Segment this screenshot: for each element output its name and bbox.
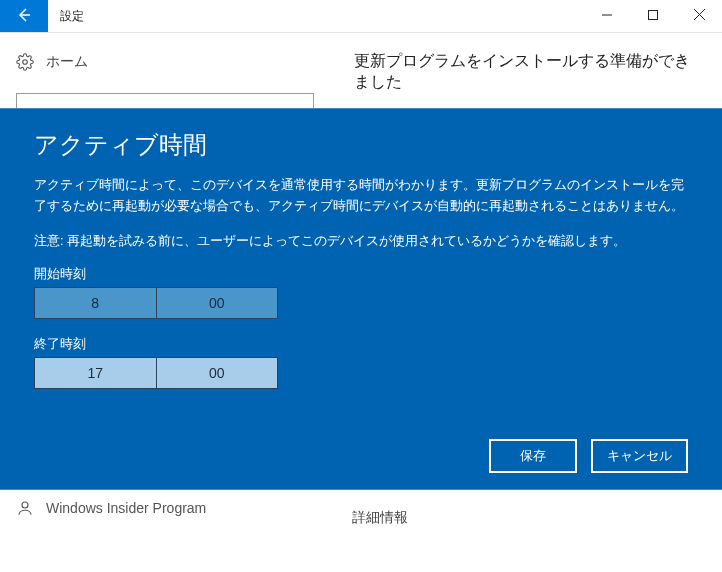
window-title: 設定 [48, 0, 584, 32]
dialog-body-2: 注意: 再起動を試みる前に、ユーザーによってこのデバイスが使用されているかどうか… [34, 231, 688, 252]
end-time-label: 終了時刻 [34, 335, 688, 353]
arrow-left-icon [16, 7, 32, 26]
maximize-button[interactable] [630, 0, 676, 32]
maximize-icon [648, 9, 658, 23]
cancel-button-label: キャンセル [607, 448, 672, 463]
save-button-label: 保存 [520, 448, 546, 463]
start-time-picker[interactable]: 8 00 [34, 287, 278, 319]
svg-rect-0 [649, 11, 658, 20]
start-hour-cell[interactable]: 8 [35, 288, 156, 318]
insider-program-label: Windows Insider Program [46, 500, 206, 516]
dialog-title: アクティブ時間 [34, 129, 688, 161]
svg-point-2 [22, 502, 28, 508]
cancel-button[interactable]: キャンセル [591, 439, 688, 473]
end-minute-cell[interactable]: 00 [156, 358, 278, 388]
end-time-picker[interactable]: 17 00 [34, 357, 278, 389]
close-button[interactable] [676, 0, 722, 32]
back-button[interactable] [0, 0, 48, 32]
window-controls [584, 0, 722, 32]
close-icon [694, 9, 705, 23]
details-link[interactable]: 詳細情報 [352, 509, 408, 527]
minimize-icon [602, 9, 612, 23]
end-hour-cell[interactable]: 17 [35, 358, 156, 388]
svg-point-1 [23, 60, 28, 65]
minimize-button[interactable] [584, 0, 630, 32]
settings-bottom-area: Windows Insider Program 詳細情報 [0, 491, 722, 572]
dialog-footer: 保存 キャンセル [34, 439, 688, 473]
person-icon [16, 499, 34, 517]
home-label: ホーム [46, 53, 88, 71]
update-heading: 更新プログラムをインストールする準備ができました [354, 51, 698, 93]
details-link-label: 詳細情報 [352, 509, 408, 525]
home-nav-item[interactable]: ホーム [16, 53, 314, 71]
start-minute-cell[interactable]: 00 [156, 288, 278, 318]
save-button[interactable]: 保存 [489, 439, 577, 473]
start-time-label: 開始時刻 [34, 265, 688, 283]
title-bar: 設定 [0, 0, 722, 33]
active-hours-dialog: アクティブ時間 アクティブ時間によって、このデバイスを通常使用する時間がわかりま… [0, 108, 722, 490]
dialog-body-1: アクティブ時間によって、このデバイスを通常使用する時間がわかります。更新プログラ… [34, 175, 688, 217]
gear-icon [16, 53, 34, 71]
